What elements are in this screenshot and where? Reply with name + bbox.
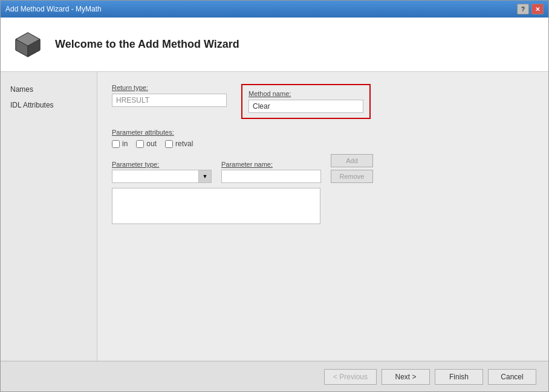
- param-name-label: Parameter name:: [221, 161, 321, 168]
- param-name-group: Parameter name:: [221, 161, 321, 183]
- param-type-label: Parameter type:: [112, 161, 212, 168]
- close-button[interactable]: ✕: [531, 4, 544, 14]
- checkbox-out[interactable]: [136, 140, 144, 148]
- param-name-input[interactable]: [221, 170, 321, 183]
- return-type-label: Return type:: [112, 84, 227, 91]
- next-button[interactable]: Next >: [382, 369, 430, 385]
- remove-button[interactable]: Remove: [331, 170, 373, 183]
- sidebar-item-names[interactable]: Names: [1, 82, 97, 97]
- return-type-input[interactable]: [112, 94, 227, 107]
- method-name-label: Method name:: [249, 90, 363, 97]
- wizard-icon: [13, 30, 43, 60]
- param-type-select[interactable]: [112, 170, 212, 183]
- window-title: Add Method Wizard - MyMath: [5, 5, 102, 13]
- param-attributes-section: Parameter attributes: in out retval: [112, 129, 534, 148]
- param-type-group: Parameter type: ▼: [112, 161, 212, 183]
- form-section-top: Return type: Method name:: [112, 84, 534, 119]
- header-title: Welcome to the Add Method Wizard: [55, 38, 239, 51]
- params-list[interactable]: [112, 188, 320, 224]
- main-window: Add Method Wizard - MyMath ? ✕ Welcome t…: [0, 0, 549, 392]
- main-content: Names IDL Attributes Return type: Method…: [1, 72, 548, 361]
- sidebar: Names IDL Attributes: [1, 72, 97, 361]
- param-attributes-label: Parameter attributes:: [112, 129, 534, 136]
- checkbox-row: in out retval: [112, 140, 534, 148]
- add-button[interactable]: Add: [331, 154, 373, 167]
- checkbox-retval[interactable]: [165, 140, 173, 148]
- param-type-wrapper: ▼: [112, 170, 212, 183]
- finish-button[interactable]: Finish: [435, 369, 483, 385]
- header-area: Welcome to the Add Method Wizard: [1, 18, 548, 72]
- checkbox-retval-label: retval: [175, 140, 193, 148]
- cancel-button[interactable]: Cancel: [488, 369, 536, 385]
- return-type-group: Return type:: [112, 84, 227, 119]
- checkbox-in[interactable]: [112, 140, 120, 148]
- checkbox-out-label: out: [146, 140, 157, 148]
- help-button[interactable]: ?: [517, 4, 529, 14]
- checkbox-in-item[interactable]: in: [112, 140, 128, 148]
- footer: < Previous Next > Finish Cancel: [1, 361, 548, 391]
- checkbox-in-label: in: [122, 140, 128, 148]
- param-row: Parameter type: ▼ Parameter name: Add Re…: [112, 154, 534, 183]
- content-area: Return type: Method name: Parameter attr…: [97, 72, 548, 361]
- title-bar-buttons: ? ✕: [517, 4, 544, 14]
- previous-button[interactable]: < Previous: [324, 369, 377, 385]
- side-buttons: Add Remove: [331, 154, 373, 183]
- sidebar-item-idl-attributes[interactable]: IDL Attributes: [1, 97, 97, 113]
- checkbox-out-item[interactable]: out: [136, 140, 157, 148]
- method-name-box: Method name:: [241, 84, 371, 119]
- checkbox-retval-item[interactable]: retval: [165, 140, 193, 148]
- method-name-input[interactable]: [249, 100, 363, 113]
- title-bar: Add Method Wizard - MyMath ? ✕: [1, 1, 548, 18]
